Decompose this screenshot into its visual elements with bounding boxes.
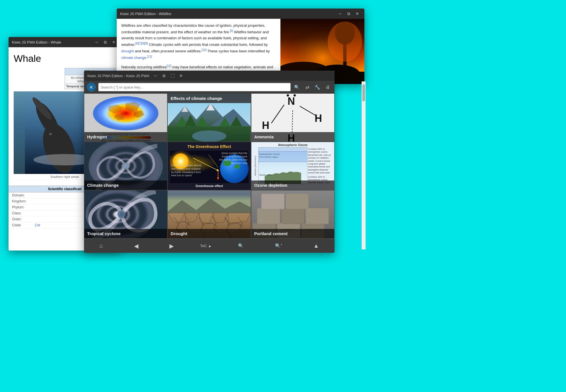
drought-link[interactable]: drought — [121, 49, 134, 53]
svg-text:K: K — [90, 85, 93, 89]
svg-rect-68 — [261, 194, 284, 209]
restore-button[interactable]: ⧉ — [160, 73, 168, 79]
kiwix-main-window: Kiwix JS PWA Edition - Kiwix JS PWA ─ ⧉ … — [84, 71, 335, 253]
random-icon[interactable]: ⇄ — [303, 83, 311, 91]
zoom-out-button[interactable]: 🔍 — [233, 241, 248, 251]
svg-point-43 — [122, 163, 129, 169]
climate-change-link[interactable]: climate change — [121, 56, 146, 60]
grid-cell-ammonia[interactable]: N H H H — [251, 93, 335, 142]
svg-point-6 — [49, 133, 52, 135]
svg-line-34 — [271, 105, 284, 123]
restore-button[interactable]: ⧉ — [345, 11, 352, 17]
kiwix-logo: K — [87, 83, 96, 92]
kiwix-titlebar: Kiwix JS PWA Edition - Kiwix JS PWA ─ ⧉ … — [84, 71, 335, 81]
scrollbar-thumb — [362, 84, 365, 101]
svg-line-44 — [193, 158, 218, 171]
close-button[interactable]: ✕ — [354, 11, 361, 17]
grid-cell-greenhouse[interactable]: The Greenhouse Effect Some sunlight that… — [167, 142, 251, 190]
grid-cell-portland-cement[interactable]: CEMENT CEMENT CEMENT Portland cement — [251, 190, 335, 239]
ozone-chart: Altitude (kilometers) Stratospheric Ozon… — [253, 147, 333, 184]
svg-line-35 — [300, 106, 317, 116]
greenhouse-scene: Some sunlight that hits Earth is reflect… — [170, 151, 248, 183]
kiwix-toolbar: K 🔍 ⇄ 🔧 🖨 — [84, 81, 335, 93]
ozone-description: Contains 90% of atmospheric ozone. Benef… — [307, 147, 333, 184]
greenhouse-title: The Greenhouse Effect — [187, 144, 231, 149]
ozone-label: Ozone depletion — [251, 180, 334, 190]
kiwix-scrollbar[interactable] — [362, 81, 366, 249]
hydrogen-label: Hydrogen — [84, 132, 167, 141]
svg-rect-69 — [286, 194, 308, 209]
svg-text:H: H — [315, 112, 322, 124]
toc-button[interactable]: ToC ▲ — [200, 244, 212, 248]
portland-cement-label: Portland cement — [251, 229, 334, 238]
svg-line-45 — [209, 155, 218, 167]
map-title: Temperature change in the last 50 years — [98, 93, 154, 94]
whale-title: Kiwix JS PWA Edition - Whale — [12, 40, 91, 44]
svg-rect-67 — [306, 208, 329, 224]
greenhouse-content: The Greenhouse Effect Some sunlight that… — [168, 142, 251, 190]
grid-cell-climate-change[interactable]: Climate change — [84, 142, 167, 190]
minimize-button[interactable]: ─ — [337, 11, 344, 17]
effects-climate-label: Effects of climate change — [168, 94, 251, 103]
tropical-cyclone-label: Tropical cyclone — [84, 229, 167, 238]
svg-point-30 — [192, 130, 227, 141]
bottom-navigation: ⌂ ◀ ▶ ToC ▲ 🔍 🔍+ ▲ — [84, 239, 335, 253]
settings-icon[interactable]: 🔧 — [313, 83, 321, 91]
close-button[interactable]: ✕ — [177, 73, 185, 79]
climate-change-label: Climate change — [84, 180, 167, 190]
minimize-button[interactable]: ─ — [93, 39, 101, 45]
wildfire-titlebar: Kiwix JS PWA Edition - Wildfire ─ ⧉ ✕ — [117, 9, 364, 19]
svg-point-11 — [328, 22, 362, 62]
svg-marker-47 — [217, 177, 219, 180]
svg-point-32 — [287, 94, 289, 97]
greenhouse-effect-label: Greenhouse effect — [196, 184, 223, 188]
back-button[interactable]: ◀ — [130, 240, 143, 252]
ozone-chart-title: Atmospheric Ozone — [253, 143, 333, 147]
kiwix-title: Kiwix JS PWA Edition - Kiwix JS PWA — [87, 74, 149, 78]
svg-rect-65 — [257, 208, 280, 224]
svg-rect-66 — [281, 208, 304, 224]
forward-button[interactable]: ▶ — [165, 240, 178, 252]
ozone-chart-area: Stratospheric Ozone(The Ozone Layer) 'Sm… — [258, 147, 307, 184]
home-button[interactable]: ⌂ — [95, 240, 108, 251]
grid-cell-effects-climate[interactable]: Effects of climate change — [167, 93, 251, 142]
minimize-button[interactable]: ─ — [152, 73, 159, 79]
svg-point-17 — [93, 96, 159, 130]
svg-text:H: H — [262, 120, 269, 131]
whale-titlebar: Kiwix JS PWA Edition - Whale ─ ⧉ ✕ — [9, 37, 121, 47]
y-axis-label: Altitude (kilometers) — [254, 156, 257, 176]
ammonia-label: Ammonia — [251, 132, 334, 141]
zoom-in-button[interactable]: 🔍+ — [270, 241, 287, 251]
print-icon[interactable]: 🖨 — [324, 83, 332, 91]
ozone-layer-band — [259, 151, 307, 162]
svg-text:N: N — [288, 95, 295, 107]
svg-point-52 — [119, 212, 124, 217]
wildfire-title: Kiwix JS PWA Edition - Wildfire — [120, 12, 334, 16]
grid-cell-hydrogen[interactable]: Temperature change in the last 50 years — [84, 93, 167, 142]
svg-line-36 — [292, 110, 293, 133]
y-axis: Altitude (kilometers) — [253, 147, 258, 184]
grid-cell-tropical-cyclone[interactable]: Tropical cyclone — [84, 190, 167, 239]
restore-button[interactable]: ⧉ — [102, 39, 109, 45]
scroll-top-button[interactable]: ▲ — [309, 240, 324, 251]
whale-article-title: Whale — [14, 53, 116, 64]
greenhouse-arrows — [170, 151, 248, 183]
fullscreen-button[interactable]: ⛶ — [169, 73, 176, 79]
article-grid: Temperature change in the last 50 years — [84, 93, 335, 239]
search-input[interactable] — [98, 83, 291, 91]
grid-cell-drought[interactable]: Drought — [167, 190, 251, 239]
drought-label: Drought — [168, 229, 251, 238]
search-icon[interactable]: 🔍 — [293, 83, 301, 91]
temperature-map-visual — [89, 95, 162, 132]
grid-cell-ozone[interactable]: Atmospheric Ozone Altitude (kilometers) … — [251, 142, 335, 190]
svg-point-33 — [294, 94, 296, 97]
